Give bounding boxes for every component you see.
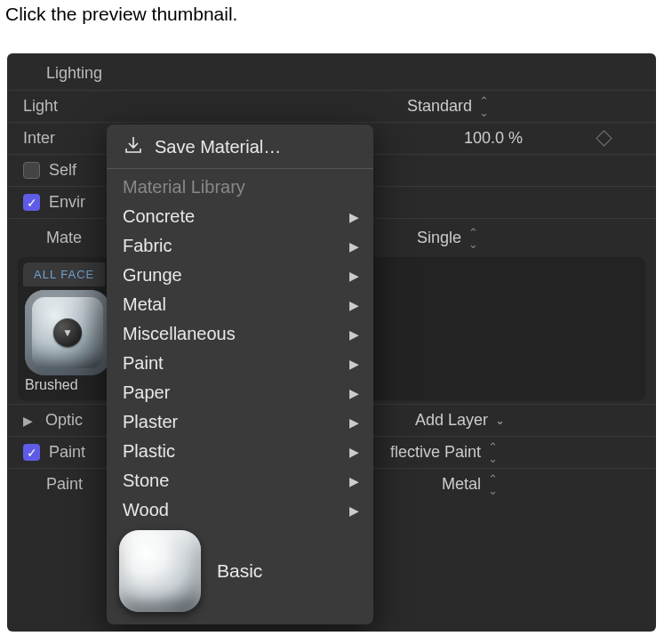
category-miscellaneous[interactable]: Miscellaneous▶ [107, 319, 373, 349]
disclosure-triangle-icon[interactable]: ▶ [23, 414, 33, 428]
save-material-label: Save Material… [155, 137, 281, 157]
material-context-menu: Save Material… Material Library Concrete… [107, 125, 373, 624]
category-label: Concrete [123, 206, 195, 227]
category-grunge[interactable]: Grunge▶ [107, 261, 373, 290]
material-mode-value: Single [417, 229, 461, 247]
submenu-arrow-icon: ▶ [349, 357, 359, 371]
submenu-arrow-icon: ▶ [349, 298, 359, 312]
category-label: Plastic [123, 441, 175, 462]
category-paint[interactable]: Paint▶ [107, 349, 373, 378]
lighting-style-popup[interactable]: Standard ⌃⌄ [407, 95, 489, 118]
paint-color-popup[interactable]: Metal ⌃⌄ [442, 473, 498, 496]
submenu-arrow-icon: ▶ [349, 386, 359, 400]
intensity-value: 100.0 % [464, 129, 523, 148]
thumbnail-dropdown-icon[interactable]: ▼ [53, 318, 82, 347]
basic-material-thumbnail [119, 530, 201, 612]
paint-type-popup[interactable]: flective Paint ⌃⌄ [390, 441, 498, 464]
keyframe-diamond-icon[interactable] [596, 130, 612, 146]
updown-icon: ⌃⌄ [468, 227, 478, 250]
category-label: Wood [123, 500, 169, 520]
submenu-arrow-icon: ▶ [349, 415, 359, 430]
submenu-arrow-icon: ▶ [349, 474, 359, 488]
material-preview-thumbnail[interactable]: ▼ [25, 290, 110, 375]
environment-checkbox[interactable]: ✓ [23, 194, 40, 211]
menu-separator [107, 168, 373, 169]
add-layer-label: Add Layer [415, 411, 488, 430]
basic-material-label: Basic [217, 560, 262, 582]
submenu-arrow-icon: ▶ [349, 503, 359, 518]
submenu-arrow-icon: ▶ [349, 239, 359, 254]
updown-icon: ⌃⌄ [488, 441, 498, 464]
paint-label: Paint [49, 443, 85, 462]
category-label: Paper [123, 382, 170, 403]
category-plaster[interactable]: Plaster▶ [107, 407, 373, 437]
save-icon [123, 134, 144, 160]
submenu-arrow-icon: ▶ [349, 269, 359, 283]
category-label: Grunge [123, 265, 182, 286]
category-label: Paint [123, 353, 164, 374]
environment-label: Envir [49, 193, 85, 212]
submenu-arrow-icon: ▶ [349, 445, 359, 459]
paint-type-value: flective Paint [390, 443, 481, 462]
category-fabric[interactable]: Fabric▶ [107, 231, 373, 261]
save-material-item[interactable]: Save Material… [107, 130, 373, 165]
category-label: Fabric [123, 236, 172, 256]
all-faces-tab[interactable]: ALL FACE [23, 262, 105, 286]
lighting-style-label: Light [23, 97, 58, 116]
options-label: Optic [45, 411, 83, 430]
category-concrete[interactable]: Concrete▶ [107, 202, 373, 231]
category-label: Miscellaneous [123, 324, 236, 344]
category-label: Stone [123, 471, 169, 491]
inspector-panel: Lighting Light Standard ⌃⌄ Inter 100.0 %… [7, 53, 656, 632]
intensity-value-wrap[interactable]: 100.0 % [464, 129, 523, 148]
instruction-text: Click the preview thumbnail. [0, 0, 664, 25]
self-shadow-checkbox[interactable] [23, 162, 40, 179]
updown-icon: ⌃⌄ [488, 473, 498, 496]
material-mode-popup[interactable]: Single ⌃⌄ [417, 227, 478, 250]
lighting-section-header: Lighting [7, 60, 656, 90]
category-plastic[interactable]: Plastic▶ [107, 437, 373, 466]
category-wood[interactable]: Wood▶ [107, 495, 373, 525]
category-stone[interactable]: Stone▶ [107, 466, 373, 495]
category-label: Metal [123, 294, 166, 315]
add-layer-button[interactable]: Add Layer ⌄ [415, 411, 505, 430]
self-shadow-label: Self [49, 161, 76, 180]
lighting-style-value: Standard [407, 97, 472, 116]
intensity-label: Inter [23, 129, 55, 148]
submenu-arrow-icon: ▶ [349, 210, 359, 224]
category-label: Plaster [123, 412, 178, 432]
paint-color-value: Metal [442, 475, 481, 494]
chevron-down-icon: ⌄ [495, 414, 505, 427]
submenu-arrow-icon: ▶ [349, 327, 359, 342]
paint-color-label: Paint [46, 475, 83, 494]
material-label: Mate [46, 229, 82, 247]
lighting-style-row: Light Standard ⌃⌄ [7, 90, 656, 122]
paint-checkbox[interactable]: ✓ [23, 444, 40, 461]
category-metal[interactable]: Metal▶ [107, 290, 373, 319]
category-paper[interactable]: Paper▶ [107, 378, 373, 407]
basic-material-item[interactable]: Basic [107, 525, 373, 619]
updown-icon: ⌃⌄ [479, 95, 489, 118]
material-library-header: Material Library [107, 173, 373, 202]
